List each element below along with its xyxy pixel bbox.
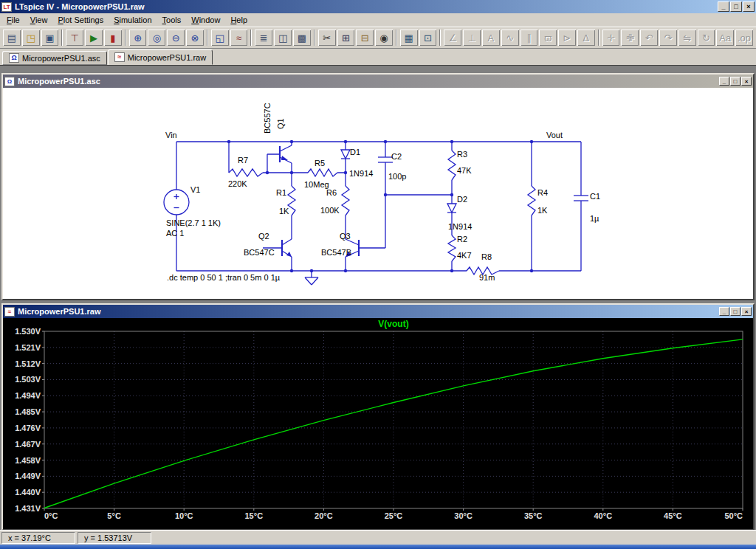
autorange-button[interactable]: ◱ bbox=[211, 30, 229, 46]
menu-window[interactable]: Window bbox=[186, 14, 225, 26]
menu-bar: FileViewPlot SettingsSimulationToolsWind… bbox=[0, 13, 756, 27]
menu-file[interactable]: File bbox=[1, 14, 25, 26]
zoom-out-button[interactable]: ⊖ bbox=[167, 30, 185, 46]
waveform-plot-area[interactable]: 0°C5°C10°C15°C20°C25°C30°C35°C40°C45°C50… bbox=[3, 318, 753, 529]
y-tick-label: 1.503V bbox=[15, 375, 41, 384]
label-r4-name: R4 bbox=[537, 188, 548, 197]
text-button[interactable]: Aa bbox=[716, 30, 734, 46]
diode-button[interactable]: ⊳ bbox=[558, 30, 576, 46]
maximize-button[interactable]: □ bbox=[730, 307, 740, 316]
maximize-button[interactable]: □ bbox=[730, 77, 740, 86]
resistor-R6 bbox=[342, 186, 349, 215]
x-tick-label: 30°C bbox=[454, 511, 472, 520]
menu-plot-settings[interactable]: Plot Settings bbox=[52, 14, 109, 26]
mdi-workspace: Ω MicropowerPSU1.asc _ □ × bbox=[0, 65, 756, 530]
inductor-button[interactable]: ϖ bbox=[539, 30, 557, 46]
capacitor-button[interactable]: ∥ bbox=[520, 30, 538, 46]
resistor-R4 bbox=[528, 186, 535, 215]
zoom-full-extents-button[interactable]: ⊗ bbox=[186, 30, 204, 46]
maximize-button[interactable]: □ bbox=[730, 1, 742, 12]
redo-button[interactable]: ↷ bbox=[659, 30, 677, 46]
mirror-button[interactable]: ⇋ bbox=[678, 30, 696, 46]
label-r2-value: 4K7 bbox=[457, 251, 472, 260]
find-button[interactable]: ◉ bbox=[375, 30, 393, 46]
y-tick-label: 1.449V bbox=[15, 472, 41, 480]
resistor-button[interactable]: ∿ bbox=[501, 30, 519, 46]
trace-legend-title[interactable]: V(vout) bbox=[378, 319, 408, 329]
y-tick-label: 1.476V bbox=[15, 424, 41, 432]
label-r2-name: R2 bbox=[457, 235, 467, 244]
diode-D2 bbox=[447, 204, 456, 213]
close-button[interactable]: × bbox=[741, 307, 752, 316]
toolbar-separator bbox=[439, 30, 441, 46]
paste-button[interactable]: ⊟ bbox=[356, 30, 374, 46]
control-panel-button[interactable]: ⊤ bbox=[66, 30, 83, 46]
main-title-bar: LT LTspice IV - MicropowerPSU1.raw _ □ × bbox=[0, 0, 756, 13]
menu-view[interactable]: View bbox=[25, 14, 53, 26]
label-r1-name: R1 bbox=[276, 188, 286, 197]
y-tick-label: 1.431V bbox=[15, 504, 41, 513]
y-tick-label: 1.485V bbox=[15, 407, 41, 416]
minimize-button[interactable]: _ bbox=[719, 77, 729, 86]
x-tick-label: 45°C bbox=[664, 511, 682, 520]
rotate-button[interactable]: ↻ bbox=[698, 30, 715, 46]
zoom-in-button[interactable]: ⊕ bbox=[129, 30, 147, 46]
x-tick-label: 0°C bbox=[44, 511, 58, 520]
run-button[interactable]: ▶ bbox=[85, 30, 103, 46]
waveform-trace[interactable] bbox=[44, 339, 743, 508]
label-d1-name: D1 bbox=[350, 148, 360, 156]
schematic-window-title-bar[interactable]: Ω MicropowerPSU1.asc _ □ × bbox=[3, 75, 753, 88]
menu-tools[interactable]: Tools bbox=[157, 14, 187, 26]
schematic-file-icon: Ω bbox=[4, 77, 15, 86]
new-schematic-button[interactable]: ▤ bbox=[3, 30, 21, 46]
undo-button[interactable]: ↶ bbox=[640, 30, 658, 46]
resistor-R2 bbox=[448, 235, 456, 261]
x-tick-label: 35°C bbox=[524, 511, 543, 520]
open-file-button[interactable]: ◳ bbox=[22, 30, 40, 46]
label-c2-value: 100p bbox=[388, 172, 406, 181]
app-icon: LT bbox=[1, 2, 12, 12]
label-r1-value: 1K bbox=[279, 207, 289, 215]
label-q3-type: BC547B bbox=[321, 248, 351, 257]
cursor-y-readout: y = 1.53713V bbox=[78, 532, 151, 544]
zoom-back-button[interactable]: ◎ bbox=[148, 30, 165, 46]
x-tick-label: 15°C bbox=[245, 511, 264, 520]
print-preview-button[interactable]: ⊡ bbox=[419, 30, 437, 46]
waveform-plot: 0°C5°C10°C15°C20°C25°C30°C35°C40°C45°C50… bbox=[3, 318, 753, 529]
minimize-button[interactable]: _ bbox=[718, 1, 729, 12]
schematic-canvas[interactable]: Vin Vout V1 SINE(2.7 1 1K) AC 1 BC557C Q… bbox=[3, 88, 753, 299]
menu-help[interactable]: Help bbox=[225, 14, 252, 26]
move-button[interactable]: ✛ bbox=[602, 30, 620, 46]
minimize-button[interactable]: _ bbox=[719, 307, 729, 316]
y-tick-label: 1.512V bbox=[15, 359, 41, 368]
tile-horizontal-button[interactable]: ≣ bbox=[255, 30, 272, 46]
print-button[interactable]: ▦ bbox=[400, 30, 418, 46]
label-r8-value: 91m bbox=[479, 273, 495, 282]
spice-directive-button[interactable]: .op bbox=[735, 30, 753, 46]
wire-button[interactable]: ∠ bbox=[444, 30, 461, 46]
component-button[interactable]: ∆ bbox=[577, 30, 595, 46]
label-q1-type: BC557C bbox=[263, 103, 272, 134]
ground-button[interactable]: ⊥ bbox=[463, 30, 481, 46]
copy-button[interactable]: ⊞ bbox=[337, 30, 355, 46]
drag-button[interactable]: ✙ bbox=[621, 30, 639, 46]
label-spice-directive: .dc temp 0 50 1 ;tran 0 5m 0 1µ bbox=[167, 273, 281, 282]
label-v1-ac: AC 1 bbox=[166, 229, 184, 238]
close-button[interactable]: × bbox=[743, 1, 755, 12]
waveform-window-title-bar[interactable]: ≈ MicropowerPSU1.raw _ □ × bbox=[3, 305, 753, 318]
save-button[interactable]: ▣ bbox=[41, 30, 59, 46]
capacitor-C2 bbox=[378, 157, 393, 162]
halt-button[interactable]: ▮ bbox=[104, 30, 122, 46]
y-tick-label: 1.467V bbox=[15, 440, 41, 449]
plot-settings-button[interactable]: ≈ bbox=[230, 30, 248, 46]
toolbar-separator bbox=[598, 30, 599, 46]
close-button[interactable]: × bbox=[741, 77, 752, 86]
toolbar-separator bbox=[125, 30, 126, 46]
tab-schematic-file[interactable]: Ω MicropowerPSU1.asc bbox=[2, 51, 107, 65]
net-label-button[interactable]: A bbox=[482, 30, 500, 46]
cascade-windows-button[interactable]: ▩ bbox=[293, 30, 311, 46]
cut-button[interactable]: ✂ bbox=[318, 30, 336, 46]
tile-vertical-button[interactable]: ◫ bbox=[274, 30, 292, 46]
tab-waveform-file[interactable]: ≈ MicropowerPSU1.raw bbox=[108, 49, 213, 65]
menu-simulation[interactable]: Simulation bbox=[109, 14, 157, 26]
